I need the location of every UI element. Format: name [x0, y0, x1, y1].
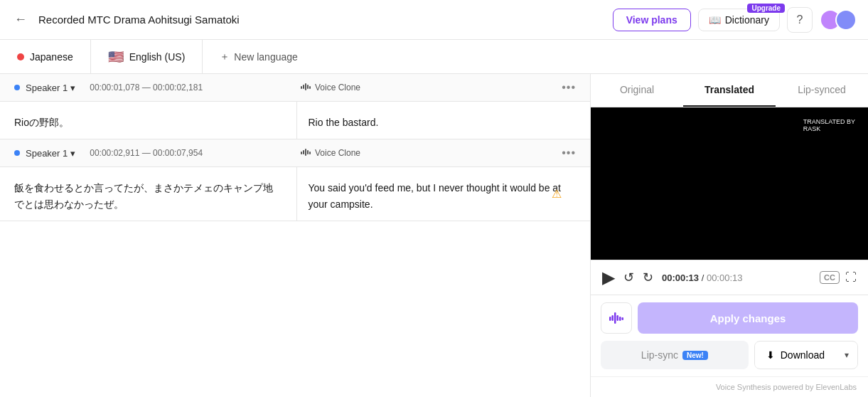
time-display: 00:00:13 / 00:00:13	[662, 272, 743, 283]
tabs: Original Translated Lip-synced	[591, 74, 868, 107]
controls-left: ▶ ↺ ↻ 00:00:13 / 00:00:13	[602, 268, 743, 287]
video-player[interactable]: TRANSLATED BYRASK	[591, 107, 868, 260]
svg-rect-15	[622, 317, 624, 320]
svg-rect-7	[305, 149, 306, 156]
download-main-button[interactable]: ⬇ Download	[755, 342, 836, 368]
segment-1-translated-text: Rio the bastard.	[309, 110, 577, 130]
tab-translated[interactable]: Translated	[683, 74, 776, 107]
speaker-label-2[interactable]: Speaker 1 ▾	[26, 148, 75, 159]
action-area: Apply changes	[591, 295, 868, 341]
seg1-speaker: Speaker 1 ▾ 00:00:01,078 — 00:00:02,181	[14, 83, 203, 93]
svg-rect-12	[614, 312, 616, 324]
source-lang-label: Japanese	[30, 51, 73, 63]
new-lang-label: New language	[234, 51, 298, 63]
view-plans-button[interactable]: View plans	[613, 9, 691, 31]
help-button[interactable]: ?	[787, 7, 813, 33]
question-mark-icon: ?	[797, 14, 803, 26]
more-options-2[interactable]: •••	[562, 147, 576, 159]
segment-1-original[interactable]: Rioの野郎。	[0, 102, 297, 139]
segment-2-header: Speaker 1 ▾ 00:00:02,911 — 00:00:07,954	[0, 139, 590, 167]
svg-rect-10	[609, 317, 611, 321]
avatar-group	[820, 9, 857, 31]
time-total: 00:00:13	[707, 272, 743, 283]
target-flag: 🇺🇸	[108, 49, 124, 65]
segment-1-original-text: Rioの野郎。	[14, 110, 282, 130]
rewind-button[interactable]: ↺	[623, 270, 634, 285]
svg-rect-11	[612, 315, 614, 321]
page-title: Recorded MTC Drama Aohitsugi Samatoki	[38, 14, 240, 26]
segment-2-original[interactable]: 飯を食わせるとか言ってたが、まさかテメェのキャンプ地でとは思わなかったぜ。	[0, 167, 297, 221]
segment-2-translated-text: You said you'd feed me, but I never thou…	[309, 176, 577, 212]
transcript-panels: Speaker 1 ▾ 00:00:01,078 — 00:00:02,181	[0, 74, 591, 397]
main-content: Speaker 1 ▾ 00:00:01,078 — 00:00:02,181	[0, 74, 868, 397]
upgrade-badge: Upgrade	[747, 4, 785, 13]
header-right: View plans 📖 Dictionary Upgrade ?	[613, 7, 857, 33]
speaker-dot	[14, 85, 20, 90]
segment-2-timestamp: 00:00:02,911 — 00:00:07,954	[90, 148, 203, 158]
play-button[interactable]: ▶	[602, 268, 615, 287]
source-language[interactable]: Japanese	[0, 40, 91, 73]
target-lang-label: English (US)	[129, 51, 186, 63]
right-panel: Original Translated Lip-synced TRANSLATE…	[591, 74, 868, 397]
segment-1-translated[interactable]: Rio the bastard.	[297, 102, 591, 139]
download-row: Lip-sync New! ⬇ Download ▾	[591, 341, 868, 376]
controls-right: CC ⛶	[820, 271, 857, 284]
speaker-label[interactable]: Speaker 1 ▾	[26, 83, 75, 93]
time-current: 00:00:13	[662, 272, 699, 283]
player-controls: ▶ ↺ ↻ 00:00:13 / 00:00:13 CC ⛶	[591, 260, 868, 295]
warning-icon: ⚠	[552, 187, 562, 201]
svg-rect-5	[301, 152, 302, 154]
svg-rect-13	[617, 315, 619, 321]
new-language-button[interactable]: ＋ New language	[203, 51, 315, 63]
forward-button[interactable]: ↻	[643, 270, 653, 285]
dictionary-label: Dictionary	[725, 14, 769, 26]
footer-text: Voice Synthesis powered by ElevenLabs	[716, 383, 857, 391]
voice-icon	[301, 83, 312, 93]
voice-clone-1: Voice Clone	[301, 83, 360, 93]
apply-changes-button[interactable]: Apply changes	[638, 302, 858, 334]
waveform-button[interactable]	[601, 302, 632, 334]
segment-2: 飯を食わせるとか言ってたが、まさかテメェのキャンプ地でとは思わなかったぜ。 Yo…	[0, 167, 590, 221]
download-icon: ⬇	[766, 349, 775, 361]
download-button-group: ⬇ Download ▾	[754, 341, 858, 369]
video-watermark: TRANSLATED BYRASK	[799, 116, 859, 134]
download-dropdown-button[interactable]: ▾	[836, 343, 857, 367]
segment-1-header: Speaker 1 ▾ 00:00:01,078 — 00:00:02,181	[0, 74, 590, 102]
svg-rect-3	[307, 85, 309, 89]
segment-1: Rioの野郎。 Rio the bastard.	[0, 102, 590, 139]
svg-rect-1	[303, 85, 304, 89]
svg-rect-14	[619, 317, 621, 321]
chevron-down-icon-2[interactable]: ▾	[70, 148, 75, 159]
back-button[interactable]: ←	[11, 9, 30, 30]
seg1-trans-header: Voice Clone •••	[289, 81, 576, 94]
tab-lip-synced[interactable]: Lip-synced	[776, 74, 868, 107]
fullscreen-button[interactable]: ⛶	[845, 271, 857, 284]
seg2-trans-header: Voice Clone •••	[289, 147, 576, 159]
more-options-1[interactable]: •••	[562, 81, 576, 94]
voice-clone-2: Voice Clone	[301, 148, 360, 159]
tab-original[interactable]: Original	[591, 74, 683, 107]
header: ← Recorded MTC Drama Aohitsugi Samatoki …	[0, 0, 868, 40]
svg-rect-8	[307, 150, 309, 154]
elevenlabs-footer: Voice Synthesis powered by ElevenLabs	[591, 376, 868, 397]
svg-rect-0	[301, 86, 302, 89]
dictionary-button[interactable]: 📖 Dictionary Upgrade	[698, 9, 780, 31]
book-icon: 📖	[709, 14, 721, 26]
language-bar: Japanese 🇺🇸 English (US) ＋ New language	[0, 40, 868, 74]
seg2-orig-header: Speaker 1 ▾ 00:00:02,911 — 00:00:07,954	[14, 148, 289, 159]
segment-1-timestamp: 00:00:01,078 — 00:00:02,181	[90, 83, 203, 92]
svg-rect-4	[309, 86, 311, 89]
lip-sync-button[interactable]: Lip-sync New!	[601, 341, 749, 369]
cc-button[interactable]: CC	[820, 271, 840, 284]
voice-icon-2	[301, 148, 312, 159]
seg1-orig-header: Speaker 1 ▾ 00:00:01,078 — 00:00:02,181	[14, 83, 289, 93]
segment-2-original-text: 飯を食わせるとか言ってたが、まさかテメェのキャンプ地でとは思わなかったぜ。	[14, 176, 282, 212]
segment-2-translated[interactable]: You said you'd feed me, but I never thou…	[297, 167, 591, 221]
chevron-down-icon[interactable]: ▾	[70, 83, 75, 93]
target-language[interactable]: 🇺🇸 English (US)	[91, 40, 203, 73]
download-label: Download	[781, 349, 825, 361]
waveform-icon	[609, 312, 623, 324]
lipsync-label: Lip-sync	[641, 349, 678, 361]
chevron-down-icon-download: ▾	[845, 350, 849, 360]
new-badge: New!	[682, 351, 708, 360]
